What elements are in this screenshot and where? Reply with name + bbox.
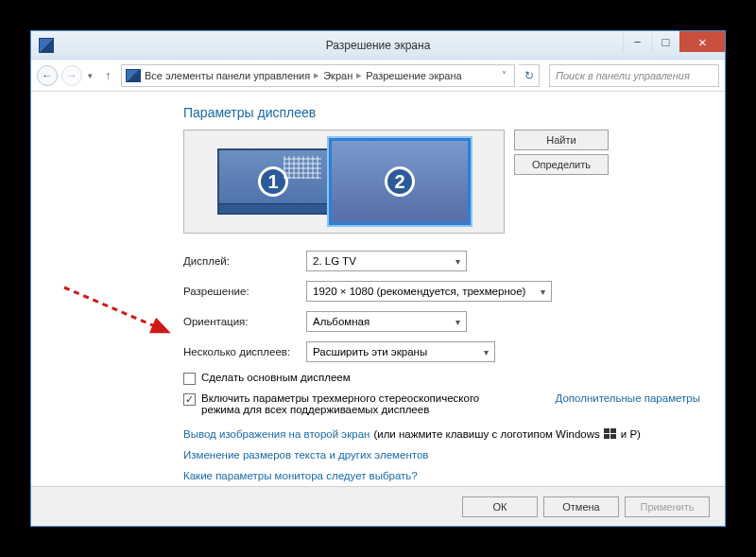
display-label: Дисплей: bbox=[183, 255, 297, 267]
monitor-2-number: 2 bbox=[385, 166, 415, 197]
advanced-settings-link[interactable]: Дополнительные параметры bbox=[556, 392, 701, 404]
monitor-1-taskbar bbox=[219, 203, 327, 213]
dialog-button-bar: ОК Отмена Применить bbox=[31, 486, 725, 526]
orientation-value: Альбомная bbox=[313, 316, 369, 327]
breadcrumb-item-resolution[interactable]: Разрешение экрана bbox=[366, 70, 461, 81]
minimize-button[interactable]: − bbox=[623, 31, 651, 52]
orientation-dropdown[interactable]: Альбомная bbox=[306, 311, 467, 332]
monitor-2-selected[interactable]: 2 bbox=[329, 138, 471, 225]
display-arrangement-box[interactable]: 1 2 bbox=[183, 130, 505, 234]
breadcrumb[interactable]: Все элементы панели управления ▸ Экран ▸… bbox=[121, 64, 515, 87]
back-button[interactable]: ← bbox=[37, 65, 58, 86]
second-screen-hint: (или нажмите клавишу с логотипом Windows bbox=[373, 428, 599, 440]
window-icon bbox=[39, 38, 54, 53]
refresh-button[interactable]: ↻ bbox=[519, 64, 540, 87]
forward-button: → bbox=[61, 65, 82, 86]
content-area: Параметры дисплеев 1 2 Найти Определить … bbox=[31, 92, 725, 500]
breadcrumb-separator: ▸ bbox=[314, 69, 319, 81]
stereo-label: Включить параметры трехмерного стереоско… bbox=[201, 392, 512, 415]
multi-displays-label: Несколько дисплеев: bbox=[183, 346, 297, 357]
make-primary-checkbox[interactable] bbox=[183, 373, 196, 385]
window-controls: − □ × bbox=[623, 31, 725, 52]
settings-form: Дисплей: 2. LG TV Разрешение: 1920 × 108… bbox=[183, 251, 700, 481]
search-input[interactable]: Поиск в панели управления bbox=[549, 64, 719, 87]
resolution-dropdown[interactable]: 1920 × 1080 (рекомендуется, трехмерное) bbox=[306, 281, 552, 302]
cancel-button[interactable]: Отмена bbox=[543, 496, 619, 517]
window-title: Разрешение экрана bbox=[31, 39, 725, 52]
stereo-checkbox[interactable] bbox=[183, 393, 196, 406]
multi-displays-value: Расширить эти экраны bbox=[313, 346, 427, 357]
page-heading: Параметры дисплеев bbox=[183, 105, 700, 120]
breadcrumb-item-all[interactable]: Все элементы панели управления bbox=[145, 70, 310, 81]
breadcrumb-dropdown-icon[interactable]: ˅ bbox=[498, 70, 510, 80]
control-panel-icon bbox=[126, 69, 141, 82]
resolution-label: Разрешение: bbox=[183, 286, 297, 297]
monitor-1[interactable]: 1 bbox=[217, 148, 329, 215]
history-dropdown[interactable]: ▾ bbox=[86, 71, 94, 80]
breadcrumb-separator: ▸ bbox=[356, 69, 362, 81]
multi-displays-dropdown[interactable]: Расширить эти экраны bbox=[306, 341, 495, 362]
windows-key-icon bbox=[604, 428, 617, 440]
find-button[interactable]: Найти bbox=[514, 130, 609, 150]
display-dropdown[interactable]: 2. LG TV bbox=[306, 251, 467, 271]
which-monitor-link[interactable]: Какие параметры монитора следует выбрать… bbox=[183, 470, 418, 481]
second-screen-tail: и P) bbox=[621, 428, 641, 440]
maximize-button[interactable]: □ bbox=[651, 31, 679, 52]
identify-button[interactable]: Определить bbox=[514, 154, 609, 175]
screen-resolution-window: Разрешение экрана − □ × ← → ▾ ↑ Все элем… bbox=[30, 30, 726, 527]
orientation-label: Ориентация: bbox=[183, 316, 297, 327]
preview-buttons: Найти Определить bbox=[514, 130, 609, 175]
monitor-1-number: 1 bbox=[258, 166, 288, 197]
resolution-value: 1920 × 1080 (рекомендуется, трехмерное) bbox=[313, 286, 525, 297]
second-screen-link[interactable]: Вывод изображения на второй экран bbox=[183, 428, 369, 440]
breadcrumb-item-screen[interactable]: Экран bbox=[323, 70, 352, 81]
apply-button: Применить bbox=[625, 496, 710, 517]
titlebar[interactable]: Разрешение экрана − □ × bbox=[31, 31, 725, 60]
text-size-link[interactable]: Изменение размеров текста и других элеме… bbox=[183, 449, 428, 461]
display-value: 2. LG TV bbox=[313, 255, 356, 267]
navigation-bar: ← → ▾ ↑ Все элементы панели управления ▸… bbox=[31, 60, 725, 92]
make-primary-label: Сделать основным дисплеем bbox=[201, 372, 351, 383]
up-button[interactable]: ↑ bbox=[98, 66, 117, 85]
close-button[interactable]: × bbox=[679, 31, 725, 52]
search-placeholder: Поиск в панели управления bbox=[556, 70, 690, 81]
ok-button[interactable]: ОК bbox=[462, 496, 538, 517]
display-preview-section: 1 2 Найти Определить bbox=[183, 130, 700, 234]
